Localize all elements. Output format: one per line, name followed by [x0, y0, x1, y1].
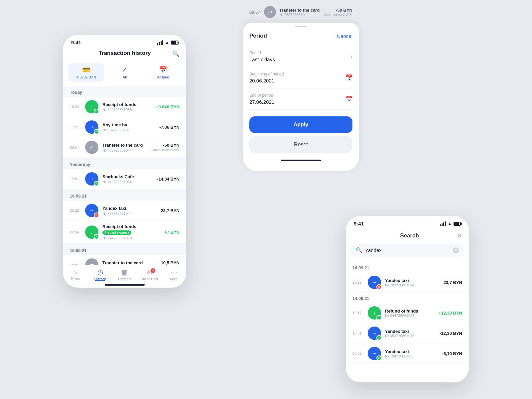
download-icon: ↓	[373, 310, 376, 316]
tx-info: Receipt of funds Prepaid expense № 24472…	[102, 224, 160, 240]
search-results: 16.09.21 23:22 → ✕ Yandex taxi № 7837268…	[346, 262, 469, 364]
period-field[interactable]: Period Last 7 days ›	[249, 46, 352, 67]
period-sheet: Period Cancel Period Last 7 days › Begin…	[243, 23, 359, 171]
tab-all[interactable]: ✓ All	[107, 63, 142, 82]
tx-amount-value: -50 BYN	[151, 143, 180, 148]
transaction-item[interactable]: 16:34 ↓ ✓ Receipt of funds № 19472686103…	[63, 97, 186, 117]
close-button[interactable]: ✕	[457, 232, 462, 240]
tx-number: № 194726861038	[102, 108, 152, 112]
chat-badge: 4	[151, 268, 155, 273]
search-button[interactable]: 🔍	[172, 50, 180, 58]
tx-number: № 112723861034	[102, 180, 153, 184]
nav-item-history[interactable]: ◷ History	[88, 268, 112, 281]
sheet-header: Period Cancel	[249, 33, 352, 39]
arrow-right-icon: →	[89, 124, 94, 130]
peek-avatar: ⇄	[264, 6, 276, 18]
transaction-item[interactable]: 12:01 → ✓ Starbucks Cafe № 112723861034 …	[63, 169, 186, 189]
home-indicator	[105, 284, 145, 286]
phone-transaction-history: 9:41 ▲ Transaction history 🔍 💳 4.8785	[63, 35, 186, 288]
tx-info: Yandex taxi № 194726861038	[385, 349, 438, 358]
status-bar-1: 9:41 ▲	[63, 35, 186, 47]
tx-amount-value: +3 640 BYN	[156, 104, 180, 109]
search-result-item[interactable]: 08:02 → ✓ Yandex taxi № 194726861038 -6,…	[346, 343, 469, 364]
date-label: 16.09.21	[63, 190, 186, 200]
transfer-icon: ⇄	[90, 145, 94, 150]
calendar-icon: 📅	[345, 74, 352, 81]
tab-balance[interactable]: 💳 4.8785 BYN	[68, 63, 104, 82]
tx-amount: 23,7 BYN	[161, 208, 180, 213]
nav-item-chat[interactable]: 4 ✉ Online Chat	[137, 268, 162, 281]
signal-icon	[157, 40, 163, 45]
tx-avatar: → ✕	[368, 276, 381, 289]
arrow-right-icon: →	[372, 350, 377, 356]
beginning-field-label: Beginning of period	[249, 72, 284, 76]
tx-name: Starbucks Cafe	[102, 174, 153, 179]
apply-button[interactable]: Apply	[249, 116, 352, 133]
nav-label-chat: Online Chat	[141, 277, 158, 281]
page-header-1: Transaction history 🔍	[63, 47, 186, 61]
beginning-period-field[interactable]: Beginning of period 20.06.2021 📅	[249, 67, 352, 88]
tab-alltime[interactable]: 📅 All time	[145, 63, 181, 82]
nav-item-more[interactable]: ⋯ More	[162, 268, 186, 281]
search-result-item[interactable]: 19:17 ↓ ✓ Refund of funds № 244726861033…	[346, 303, 469, 323]
search-header: Search ✕	[346, 228, 469, 244]
battery-icon	[454, 222, 461, 226]
date-group-yesterday: Yesterday 12:01 → ✓ Starbucks Cafe № 112…	[63, 159, 186, 189]
clear-search-button[interactable]: ✕	[453, 247, 459, 253]
tx-time: 18:31	[352, 331, 364, 335]
search-input[interactable]	[365, 247, 450, 253]
transactions-list: Today 16:34 ↓ ✓ Receipt of funds № 19472…	[63, 86, 186, 288]
history-icon: ◷	[97, 268, 103, 276]
period-field-value: Last 7 days	[249, 57, 275, 62]
tx-avatar: → ✓	[368, 347, 381, 360]
arrow-right-icon: →	[372, 330, 377, 336]
search-icon: 🔍	[356, 247, 362, 253]
tx-number: № 783726861044	[102, 148, 147, 152]
nav-item-payment[interactable]: ▣ Payment	[112, 268, 137, 281]
search-result-item[interactable]: 18:31 → ✓ Yandex taxi № 653726861010 -12…	[346, 323, 469, 343]
wallet-icon: 💳	[82, 66, 90, 74]
tx-amount: -6,10 BYN	[442, 351, 462, 356]
download-icon: ↓	[90, 229, 93, 235]
tx-amount-value: -7,06 BYN	[159, 125, 180, 130]
tx-time: 19:17	[352, 311, 364, 315]
search-date-label: 16.09.21	[346, 262, 469, 272]
transaction-item[interactable]: 23:22 → ✕ Yandex taxi № 783726861044 23,…	[63, 200, 186, 220]
page-title-1: Transaction history	[99, 50, 151, 57]
tx-amount: 23,7 BYN	[444, 280, 462, 285]
filter-tabs: 💳 4.8785 BYN ✓ All 📅 All time	[63, 61, 186, 86]
transaction-item[interactable]: 11:51 → ✓ Any-time.by № 334726861011 -7,…	[63, 117, 186, 137]
tx-number: № 244726861033	[385, 314, 435, 318]
end-period-field[interactable]: End of period 27.06.2021 📅	[249, 88, 352, 110]
status-badge: ✓	[94, 109, 99, 114]
transaction-item[interactable]: 08:57 ⇄ Transfer to the card № 783726861…	[63, 137, 186, 157]
date-label: Yesterday	[63, 159, 186, 169]
end-field-label: End of period	[249, 93, 274, 98]
status-bar-3: 9:41 ▲	[346, 216, 469, 228]
search-date-label: 14.09.21	[346, 293, 469, 303]
search-page-title: Search	[362, 232, 457, 239]
nav-item-home[interactable]: ⌂ Home	[63, 268, 88, 281]
arrow-right-icon: →	[372, 279, 377, 285]
date-group-today: Today 16:34 ↓ ✓ Receipt of funds № 19472…	[63, 86, 186, 157]
status-time-3: 9:41	[354, 221, 364, 226]
search-result-item[interactable]: 23:22 → ✕ Yandex taxi № 783726861044 23,…	[346, 272, 469, 293]
arrow-right-icon: →	[89, 207, 94, 213]
status-icons-1: ▲	[157, 40, 178, 45]
nav-label-home: Home	[71, 277, 80, 281]
reset-button[interactable]: Reset	[249, 136, 352, 153]
tx-amount-value: +7 BYN	[164, 230, 180, 235]
tx-amount-value: -14,34 BYN	[157, 177, 180, 182]
tx-time: 12:01	[70, 177, 81, 181]
search-date-group: 14.09.21 19:17 ↓ ✓ Refund of funds № 244…	[346, 293, 469, 364]
transaction-item[interactable]: 22:56 ↓ ✓ Receipt of funds Prepaid expen…	[63, 221, 186, 243]
tx-amount: -50 BYN Commission 2 BYN	[151, 143, 180, 152]
phone-period-modal: 08:57 ⇄ Transfer to the card № 783726861…	[239, 0, 362, 176]
cancel-button[interactable]: Cancel	[337, 33, 352, 39]
arrow-right-icon: →	[89, 176, 94, 182]
tx-time: 08:02	[352, 351, 364, 355]
home-icon: ⌂	[73, 268, 77, 276]
status-icons-3: ▲	[440, 221, 461, 226]
date-label: 15.09.21	[63, 245, 186, 255]
tx-amount: -7,06 BYN	[159, 125, 180, 130]
